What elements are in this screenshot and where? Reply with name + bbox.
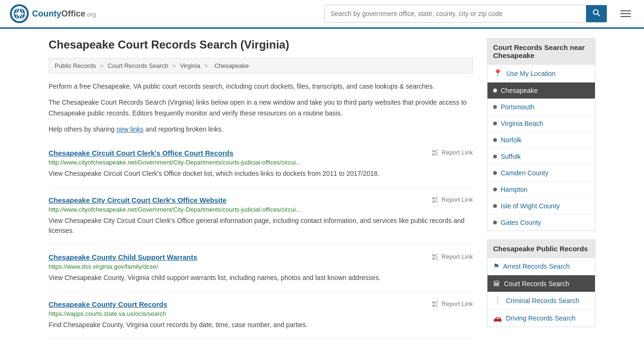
nearby-dot-2 [493,122,497,125]
nearby-item-virginia-beach[interactable]: Virginia Beach [487,115,595,132]
result-item: Chesapeake City Circuit Court Clerk's Of… [49,188,473,245]
intro-paragraph-3: Help others by sharing new links and rep… [49,124,473,134]
nearby-item-suffolk[interactable]: Suffolk [487,148,595,165]
svg-line-11 [434,150,438,152]
nearby-dot-6 [493,188,497,191]
scissors-icon-1 [432,196,439,204]
public-records-header: Chesapeake Public Records [487,240,595,258]
logo-text-wrap: CountyOffice.org [32,9,96,19]
nearby-dot-4 [493,155,497,158]
result-desc-0: View Chesapeake Circuit Court Clerk's Of… [49,169,473,179]
intro3-pre: Help others by sharing [49,125,116,133]
public-records-items-list: ⚑Arrest Records Search🏛Court Records Sea… [487,258,595,327]
breadcrumb-court-records[interactable]: Court Records Search [107,62,168,69]
svg-point-24 [432,301,434,303]
search-button[interactable] [586,5,607,22]
result-desc-1: View Chesapeake City Circuit Court Clerk… [49,216,473,236]
public-records-item-2[interactable]: ❕Criminal Records Search [487,292,595,310]
svg-point-7 [594,10,598,15]
nearby-dot-5 [493,171,497,175]
result-url-1: http://www.cityofchesapeake.net/Governme… [49,206,355,213]
nearby-item-chesapeake[interactable]: Chesapeake [487,82,595,99]
svg-line-16 [434,197,438,199]
nearby-item-norfolk[interactable]: Norfolk [487,132,595,148]
result-title-0[interactable]: Chesapeake Circuit Court Clerk's Office … [49,149,233,157]
scissors-icon-3 [432,300,439,308]
nearby-label-0: Chesapeake [501,87,538,94]
svg-line-27 [434,305,438,307]
public-records-label-2: Criminal Records Search [506,297,579,304]
breadcrumb-public-records[interactable]: Public Records [55,62,96,69]
scissors-icon-0 [432,149,439,156]
result-desc-3: Find Chesapeake County, Virginia court r… [49,320,473,330]
nearby-label-6: Hampton [501,186,528,193]
nearby-item-hampton[interactable]: Hampton [487,181,595,198]
nearby-label-3: Norfolk [501,136,521,144]
use-my-location-item[interactable]: 📍 Use My Location [487,65,595,82]
car-icon-3: 🚗 [493,314,502,322]
svg-point-15 [432,200,434,202]
nearby-label-5: Camden County [501,169,548,177]
use-my-location-label: Use My Location [506,70,555,77]
public-records-item-3[interactable]: 🚗Driving Records Search [487,310,595,327]
svg-line-22 [434,258,438,260]
intro-paragraph-2: The Chesapeake Court Records Search (Vir… [49,97,473,118]
hamburger-line-1 [620,10,631,11]
breadcrumb: Public Records > Court Records Search > … [49,58,473,74]
public-records-label-0: Arrest Records Search [503,263,570,270]
nearby-label-7: Isle of Wight County [501,202,560,210]
report-link-button-2[interactable]: Report Link [432,253,473,261]
nearby-label-4: Suffolk [501,153,521,160]
svg-point-10 [432,153,434,155]
svg-line-8 [598,14,600,16]
menu-button[interactable] [617,7,635,21]
search-bar [324,5,607,23]
hamburger-line-3 [620,16,631,17]
main-layout: Chesapeake Court Records Search (Virgini… [39,29,605,358]
nearby-dot-3 [493,138,497,142]
result-desc-2: View Chesapeake County, Virginia child s… [49,273,473,283]
svg-point-20 [432,257,434,259]
sidebar: Court Records Search near Chesapeake 📍 U… [487,38,595,339]
svg-point-19 [432,254,434,256]
svg-line-17 [434,201,438,203]
intro3-post: and reporting broken links. [144,125,223,133]
svg-line-12 [434,154,438,156]
nearby-item-portsmouth[interactable]: Portsmouth [487,99,595,115]
public-records-item-0[interactable]: ⚑Arrest Records Search [487,258,595,275]
result-header-2: Chesapeake County Child Support Warrants… [49,253,473,261]
report-link-button-0[interactable]: Report Link [432,149,473,156]
main-content: Chesapeake Court Records Search (Virgini… [49,38,473,339]
result-item: Chesapeake County Child Support Warrants… [49,245,473,292]
report-link-button-3[interactable]: Report Link [432,300,473,308]
nearby-label-8: Gates County [501,219,541,226]
nearby-dot-8 [493,221,497,224]
nearby-section: Court Records Search near Chesapeake 📍 U… [487,38,595,231]
svg-rect-5 [19,8,20,19]
results-list: Chesapeake Circuit Court Clerk's Office … [49,140,473,339]
result-header-0: Chesapeake Circuit Court Clerk's Office … [49,149,473,157]
public-records-item-1[interactable]: 🏛Court Records Search [487,275,595,292]
nearby-item-isle-of-wight-county[interactable]: Isle of Wight County [487,198,595,214]
site-logo[interactable]: CountyOffice.org [9,4,96,24]
breadcrumb-virginia[interactable]: Virginia [180,62,200,69]
result-item: Chesapeake Circuit Court Clerk's Office … [49,140,473,188]
nearby-dot-1 [493,105,497,109]
nearby-item-camden-county[interactable]: Camden County [487,165,595,181]
hamburger-line-2 [620,13,631,14]
breadcrumb-sep-3: > [205,62,210,69]
intro-paragraph-1: Perform a free Chesapeake, VA public cou… [49,81,473,91]
result-title-3[interactable]: Chesapeake County Court Records [49,300,167,308]
nearby-label-2: Virginia Beach [501,120,543,127]
new-links-link[interactable]: new links [116,125,144,133]
public-records-label-1: Court Records Search [504,280,570,288]
report-link-button-1[interactable]: Report Link [432,196,473,204]
site-header: CountyOffice.org [0,0,644,29]
svg-point-14 [432,197,434,199]
nearby-item-gates-county[interactable]: Gates County [487,214,595,230]
result-title-1[interactable]: Chesapeake City Circuit Court Clerk's Of… [49,196,227,204]
nearby-dot-0 [493,89,497,92]
search-input[interactable] [325,5,586,22]
svg-line-21 [434,254,438,256]
result-title-2[interactable]: Chesapeake County Child Support Warrants [49,253,197,261]
